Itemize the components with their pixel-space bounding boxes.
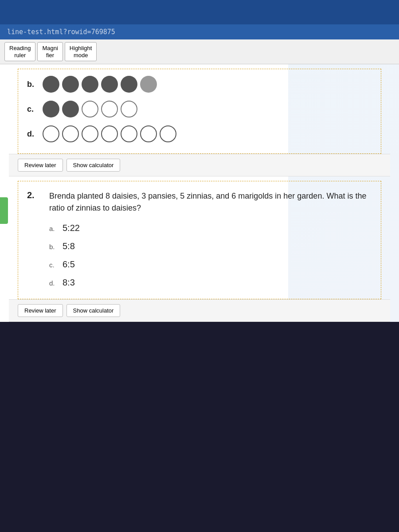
circle-c-4 [101, 101, 118, 117]
option-2-c-label: c. [49, 261, 58, 269]
question-2-number: 2. [27, 190, 40, 200]
circle-c-1 [43, 101, 59, 117]
show-calculator-button-1[interactable]: Show calculator [66, 159, 121, 172]
answer-c-row[interactable]: c. [27, 101, 372, 117]
option-2-c-value: 6:5 [63, 259, 75, 270]
option-2-a[interactable]: a. 5:22 [49, 223, 372, 233]
circle-d-3 [82, 125, 98, 142]
option-2-b-value: 5:8 [63, 241, 75, 251]
answer-d-label: d. [27, 129, 43, 139]
option-2-a-value: 5:22 [63, 223, 80, 233]
question-1-section: b. c. [18, 69, 381, 154]
answer-b-label: b. [27, 80, 43, 89]
magnifier-button[interactable]: Magni fier [37, 42, 63, 61]
url-bar[interactable]: line-test.html?rowid=769875 [0, 24, 399, 39]
url-text: line-test.html?rowid=769875 [7, 28, 115, 36]
circle-d-2 [62, 125, 79, 142]
answer-c-label: c. [27, 105, 43, 114]
option-2-d-label: d. [49, 279, 58, 287]
option-2-b-label: b. [49, 243, 58, 250]
circle-c-2 [62, 101, 79, 117]
d-circles [43, 125, 176, 142]
option-2-d[interactable]: d. 8:3 [49, 278, 372, 288]
circle-c-3 [82, 101, 98, 117]
answer-b-row[interactable]: b. [27, 76, 372, 93]
option-2-d-value: 8:3 [63, 278, 75, 288]
question-2-text: Brenda planted 8 daisies, 3 pansies, 5 z… [49, 190, 372, 214]
b-circles [43, 76, 157, 93]
circle-d-7 [160, 125, 176, 142]
circle-b-4 [101, 76, 118, 93]
action-bar-2: Review later Show calculator [9, 299, 390, 322]
circle-d-4 [101, 125, 118, 142]
circle-c-5 [121, 101, 137, 117]
option-2-b[interactable]: b. 5:8 [49, 241, 372, 251]
circle-d-5 [121, 125, 137, 142]
question-2-options: a. 5:22 b. 5:8 c. 6:5 d. 8:3 [49, 223, 372, 288]
circle-b-6 [140, 76, 157, 93]
action-bar-1: Review later Show calculator [9, 154, 390, 176]
circle-b-2 [62, 76, 79, 93]
toolbar: Reading ruler Magni fier Highlight mode [0, 39, 399, 64]
reading-ruler-button[interactable]: Reading ruler [4, 42, 35, 61]
highlight-mode-button[interactable]: Highlight mode [65, 42, 97, 61]
option-2-c[interactable]: c. 6:5 [49, 259, 372, 270]
c-circles [43, 101, 137, 117]
circle-d-6 [140, 125, 157, 142]
review-later-button-2[interactable]: Review later [18, 304, 63, 317]
circle-b-1 [43, 76, 59, 93]
browser-top-bar [0, 0, 399, 24]
question-2-header: 2. Brenda planted 8 daisies, 3 pansies, … [27, 190, 372, 214]
circle-b-3 [82, 76, 98, 93]
review-later-button-1[interactable]: Review later [18, 159, 63, 172]
circle-d-1 [43, 125, 59, 142]
question-2-section: 2. Brenda planted 8 daisies, 3 pansies, … [18, 181, 381, 299]
main-content: b. c. [0, 64, 399, 322]
show-calculator-button-2[interactable]: Show calculator [66, 304, 121, 317]
option-2-a-label: a. [49, 225, 58, 232]
circle-b-5 [121, 76, 137, 93]
answer-d-row[interactable]: d. [27, 125, 372, 142]
